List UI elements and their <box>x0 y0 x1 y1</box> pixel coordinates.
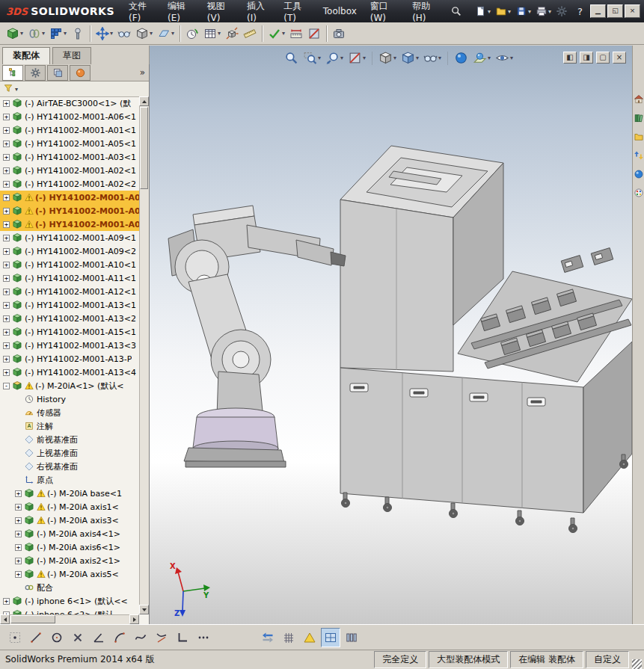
tree-item[interactable]: +(-) HY141002-M001-A09<1 <box>0 231 139 244</box>
arc-tool-icon[interactable] <box>110 628 129 647</box>
expander-icon[interactable]: + <box>3 369 10 376</box>
help-icon[interactable]: ? <box>570 6 590 17</box>
expander-icon[interactable]: + <box>3 315 10 322</box>
scrollbar-thumb[interactable] <box>10 615 55 623</box>
expander-icon[interactable]: + <box>3 248 10 255</box>
expander-icon[interactable]: + <box>3 114 10 120</box>
show-hidden-components-icon[interactable] <box>115 24 133 43</box>
tree-item[interactable]: +(-) HY141002-M001-A01<1 <box>0 123 139 137</box>
close-button[interactable]: × <box>625 4 640 18</box>
expander-icon[interactable]: + <box>3 342 10 349</box>
tree-item[interactable]: +(-) HY141002-M001-A03<1 <box>0 150 139 164</box>
expander-icon[interactable]: + <box>15 544 22 551</box>
tree-item[interactable]: +(-) HY141002-M001-A02<1 <box>0 164 139 177</box>
insert-components-icon[interactable]: ▾ <box>4 24 25 43</box>
scroll-down-icon[interactable] <box>139 605 149 614</box>
expander-icon[interactable]: + <box>15 504 22 511</box>
tree-vertical-scrollbar[interactable] <box>139 96 149 614</box>
tree-item[interactable]: 上视基准面 <box>0 446 139 460</box>
tree-item[interactable]: 前视基准面 <box>0 433 139 446</box>
expander-icon[interactable]: + <box>3 289 10 295</box>
menu-item-5[interactable]: 工具(T) <box>277 0 316 22</box>
apply-scene-icon[interactable]: ▾ <box>471 50 492 66</box>
filter-icon[interactable] <box>3 82 13 96</box>
expander-icon[interactable]: + <box>3 235 10 241</box>
tab-sketch[interactable]: 草图 <box>52 47 91 64</box>
collapse-panel-button[interactable]: » <box>140 67 145 78</box>
expander-icon[interactable]: + <box>15 490 22 497</box>
tree-item[interactable]: +(-) M-20iA axis5< <box>0 567 139 581</box>
view-settings-icon[interactable]: ▾ <box>494 50 515 66</box>
display-style-icon[interactable]: ▾ <box>399 50 420 66</box>
tree-item[interactable]: +(-) HY141002-M001-A0 <box>0 218 139 231</box>
save-icon[interactable]: ▾ <box>513 4 533 19</box>
menu-item-7[interactable]: 窗口(W) <box>364 0 405 22</box>
expander-icon[interactable]: + <box>3 194 10 201</box>
machine-cabinet[interactable] <box>340 146 632 533</box>
tree-item[interactable]: -(-) M-20iA<1> (默认< <box>0 379 139 392</box>
scroll-up-icon[interactable] <box>139 96 149 106</box>
camera-icon[interactable] <box>330 24 348 43</box>
open-document-icon[interactable]: ▾ <box>493 4 513 19</box>
spline-tool-icon[interactable] <box>131 628 150 647</box>
tree-item[interactable]: +(-) AirTAE-BC3000<1> (默 <box>0 96 139 110</box>
points-tool-icon[interactable] <box>194 628 213 647</box>
expander-icon[interactable]: + <box>3 598 10 605</box>
hide-show-items-icon[interactable]: ▾ <box>422 50 443 66</box>
tree-item[interactable]: +(-) HY141002-M001-A09<2 <box>0 244 139 258</box>
tree-item[interactable]: +(-) iphone 6<1> (默认<< <box>0 594 139 608</box>
toggle-pane-button[interactable]: ◨ <box>580 52 593 64</box>
mate-icon[interactable]: ▾ <box>25 24 47 43</box>
graphics-area[interactable]: X Y Z ▾▾▾▾▾▾▾▾ ◧◨▢× <box>150 46 632 624</box>
interference-detection-icon[interactable]: ▾ <box>266 24 287 43</box>
tree-item[interactable]: +(-) HY141002-M001-A11<1 <box>0 271 139 285</box>
tree-item[interactable]: +(-) HY141002-M001-A13<1 <box>0 298 139 312</box>
split-pane-button[interactable]: ◧ <box>563 52 577 64</box>
section-view-icon[interactable] <box>305 24 323 43</box>
tree-item[interactable]: A注解 <box>0 419 139 433</box>
tree-item[interactable]: +(-) HY141002-M001-A05<1 <box>0 137 139 150</box>
select-tool-icon[interactable] <box>5 628 25 647</box>
zoom-to-fit-icon[interactable] <box>283 50 300 66</box>
display-manager-tab[interactable] <box>70 65 91 81</box>
feature-manager-tab[interactable] <box>2 65 23 81</box>
tree-item[interactable]: 原点 <box>0 473 139 487</box>
close-document-button[interactable]: × <box>613 52 626 64</box>
expander-icon[interactable]: + <box>3 167 10 174</box>
restore-document-button[interactable]: ▢ <box>596 52 610 64</box>
reference-geometry-icon[interactable]: ▾ <box>155 24 177 43</box>
section-view-icon[interactable]: ▾ <box>346 50 367 66</box>
search-icon[interactable] <box>446 5 467 17</box>
grid-settings-icon[interactable] <box>279 628 298 647</box>
file-explorer-icon[interactable] <box>633 131 644 143</box>
edit-appearance-icon[interactable] <box>453 50 470 66</box>
menu-item-3[interactable]: 视图(V) <box>200 0 240 22</box>
trim-tool-icon[interactable] <box>152 628 171 647</box>
view-palette-icon[interactable] <box>633 149 644 161</box>
tree-item[interactable]: 右视基准面 <box>0 460 139 473</box>
tree-item[interactable]: +(-) HY141002-M001-A02<2 <box>0 177 139 191</box>
draft-check-icon[interactable] <box>300 628 319 647</box>
appearances-icon[interactable] <box>633 168 644 180</box>
tree-item[interactable]: +(-) HY141002-M001-A13<4 <box>0 366 139 379</box>
angle-line-tool-icon[interactable] <box>89 628 108 647</box>
tree-item[interactable]: +(-) HY141002-M001-A06<1 <box>0 110 139 123</box>
new-motion-study-icon[interactable] <box>183 24 201 43</box>
scroll-left-icon[interactable] <box>0 614 10 624</box>
expander-icon[interactable]: + <box>3 275 10 282</box>
tree-item[interactable]: +(-) HY141002-M001-A13<2 <box>0 312 139 325</box>
chevron-down-icon[interactable]: ▾ <box>15 86 18 93</box>
expander-icon[interactable]: + <box>3 262 10 268</box>
scrollbar-thumb[interactable] <box>140 107 148 189</box>
assembly-features-icon[interactable]: ▾ <box>133 24 155 43</box>
new-document-icon[interactable]: ▾ <box>473 4 493 19</box>
measure-icon[interactable] <box>287 24 305 43</box>
expander-icon[interactable]: + <box>3 208 10 215</box>
swap-views-icon[interactable] <box>258 628 277 647</box>
tree-item[interactable]: +(-) HY141002-M001-A0 <box>0 191 139 204</box>
expander-icon[interactable]: + <box>3 154 10 161</box>
expander-icon[interactable]: + <box>3 356 10 363</box>
configuration-manager-tab[interactable] <box>47 65 68 81</box>
column-layout-icon[interactable] <box>342 628 361 647</box>
expander-icon[interactable]: + <box>3 302 10 309</box>
